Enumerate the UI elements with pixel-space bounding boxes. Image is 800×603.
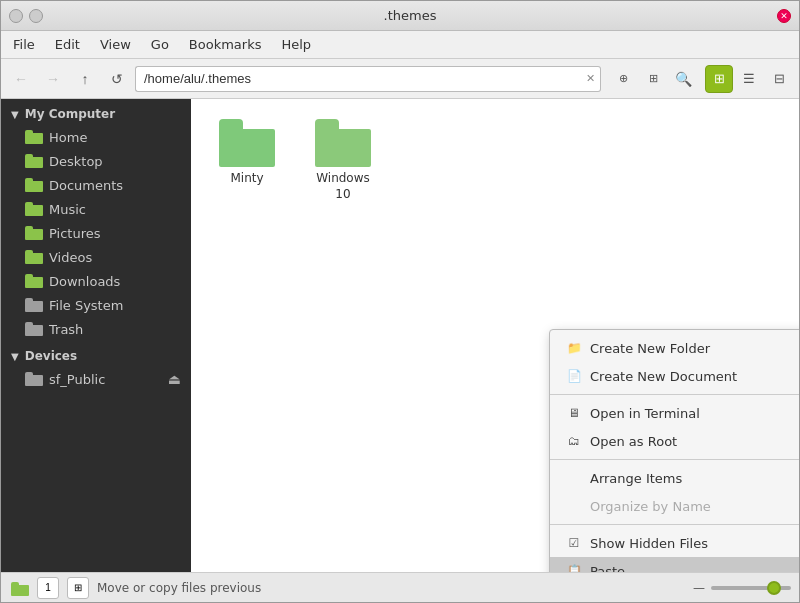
sidebar-item-sf-public[interactable]: sf_Public ⏏ <box>1 367 191 391</box>
minty-folder-icon <box>219 119 275 167</box>
address-clear-button[interactable]: ✕ <box>581 66 601 92</box>
root-icon: 🗂 <box>566 433 582 449</box>
list-view-button[interactable]: ☰ <box>735 65 763 93</box>
toolbar: ← → ↑ ↺ ✕ ⊕ ⊞ 🔍 ⊞ ☰ ⊟ <box>1 59 799 99</box>
sidebar-item-trash[interactable]: Trash <box>1 317 191 341</box>
view-mode-buttons: ⊞ ☰ ⊟ <box>705 65 793 93</box>
details-view-button[interactable]: ⊟ <box>765 65 793 93</box>
up-button[interactable]: ↑ <box>71 65 99 93</box>
search-toggle[interactable]: 🔍 <box>669 65 697 93</box>
documents-label: Documents <box>49 178 123 193</box>
sidebar-section-devices[interactable]: ▼ Devices <box>1 341 191 367</box>
fullscreen-toggle[interactable]: ⊞ <box>639 65 667 93</box>
zoom-slider[interactable] <box>711 586 791 590</box>
status-button-1[interactable]: 1 <box>37 577 59 599</box>
trash-folder-icon <box>25 321 43 337</box>
ctx-create-new-document[interactable]: 📄 Create New Document ▶ <box>550 362 799 390</box>
videos-label: Videos <box>49 250 92 265</box>
address-bar[interactable] <box>135 66 581 92</box>
filesystem-label: File System <box>49 298 123 313</box>
sidebar-item-videos[interactable]: Videos <box>1 245 191 269</box>
sfpublic-icon <box>25 371 43 387</box>
sidebar-item-pictures[interactable]: Pictures <box>1 221 191 245</box>
menu-file[interactable]: File <box>5 34 43 55</box>
home-folder-icon <box>25 129 43 145</box>
windows10-label: Windows10 <box>316 171 370 202</box>
downloads-folder-icon <box>25 273 43 289</box>
devices-arrow: ▼ <box>11 351 19 362</box>
sidebar-item-documents[interactable]: Documents <box>1 173 191 197</box>
sidebar-section-my-computer[interactable]: ▼ My Computer <box>1 99 191 125</box>
menu-bar: File Edit View Go Bookmarks Help <box>1 31 799 59</box>
sidebar-item-file-system[interactable]: File System <box>1 293 191 317</box>
music-label: Music <box>49 202 86 217</box>
forward-button[interactable]: → <box>39 65 67 93</box>
filesystem-folder-icon <box>25 297 43 313</box>
icon-view-button[interactable]: ⊞ <box>705 65 733 93</box>
ctx-arrange-items[interactable]: Arrange Items ▶ <box>550 464 799 492</box>
sidebar: ▼ My Computer Home Desktop Documents <box>1 99 191 572</box>
ctx-create-new-folder[interactable]: 📁 Create New Folder <box>550 334 799 362</box>
paste-icon: 📋 <box>566 563 582 572</box>
devices-label: Devices <box>25 349 77 363</box>
maximize-button[interactable] <box>29 9 43 23</box>
menu-bookmarks[interactable]: Bookmarks <box>181 34 270 55</box>
create-doc-icon: 📄 <box>566 368 582 384</box>
address-wrapper: ✕ <box>135 66 601 92</box>
ctx-organize-by-name: Organize by Name <box>550 492 799 520</box>
videos-folder-icon <box>25 249 43 265</box>
music-folder-icon <box>25 201 43 217</box>
clear-icon: ✕ <box>586 72 595 85</box>
status-bar: 1 ⊞ Move or copy files previous — <box>1 572 799 602</box>
documents-folder-icon <box>25 177 43 193</box>
pictures-label: Pictures <box>49 226 100 241</box>
sidebar-item-home[interactable]: Home <box>1 125 191 149</box>
sfpublic-label: sf_Public <box>49 372 105 387</box>
pictures-folder-icon <box>25 225 43 241</box>
downloads-label: Downloads <box>49 274 120 289</box>
file-area[interactable]: Minty Windows10 📁 Create New Folder <box>191 99 799 572</box>
desktop-label: Desktop <box>49 154 103 169</box>
menu-help[interactable]: Help <box>273 34 319 55</box>
ctx-open-as-root[interactable]: 🗂 Open as Root <box>550 427 799 455</box>
create-folder-icon: 📁 <box>566 340 582 356</box>
sidebar-item-downloads[interactable]: Downloads <box>1 269 191 293</box>
file-grid: Minty Windows10 <box>207 115 783 206</box>
title-bar-controls <box>9 9 43 23</box>
menu-go[interactable]: Go <box>143 34 177 55</box>
title-bar: .themes ✕ <box>1 1 799 31</box>
ctx-show-hidden[interactable]: ☑ Show Hidden Files <box>550 529 799 557</box>
hidden-files-icon: ☑ <box>566 535 582 551</box>
reload-button[interactable]: ↺ <box>103 65 131 93</box>
trash-label: Trash <box>49 322 83 337</box>
sidebar-item-desktop[interactable]: Desktop <box>1 149 191 173</box>
ctx-open-terminal[interactable]: 🖥 Open in Terminal <box>550 399 799 427</box>
ctx-paste[interactable]: 📋 Paste <box>550 557 799 572</box>
main-content: ▼ My Computer Home Desktop Documents <box>1 99 799 572</box>
file-item-minty[interactable]: Minty <box>207 115 287 206</box>
minimize-button[interactable] <box>9 9 23 23</box>
terminal-icon: 🖥 <box>566 405 582 421</box>
file-item-windows10[interactable]: Windows10 <box>303 115 383 206</box>
zoom-thumb <box>767 581 781 595</box>
desktop-folder-icon <box>25 153 43 169</box>
menu-view[interactable]: View <box>92 34 139 55</box>
compact-view-toggle[interactable]: ⊕ <box>609 65 637 93</box>
my-computer-label: My Computer <box>25 107 115 121</box>
menu-edit[interactable]: Edit <box>47 34 88 55</box>
minty-label: Minty <box>230 171 263 187</box>
arrange-icon <box>566 470 582 486</box>
zoom-minus[interactable]: — <box>693 581 705 595</box>
windows10-folder-icon <box>315 119 371 167</box>
ctx-separator-2 <box>550 459 799 460</box>
zoom-control: — <box>693 581 791 595</box>
status-folder-icon <box>9 578 29 598</box>
close-button[interactable]: ✕ <box>777 9 791 23</box>
window: .themes ✕ File Edit View Go Bookmarks He… <box>0 0 800 603</box>
home-label: Home <box>49 130 87 145</box>
window-title: .themes <box>43 8 777 23</box>
status-button-2[interactable]: ⊞ <box>67 577 89 599</box>
sidebar-item-music[interactable]: Music <box>1 197 191 221</box>
organize-icon <box>566 498 582 514</box>
back-button[interactable]: ← <box>7 65 35 93</box>
